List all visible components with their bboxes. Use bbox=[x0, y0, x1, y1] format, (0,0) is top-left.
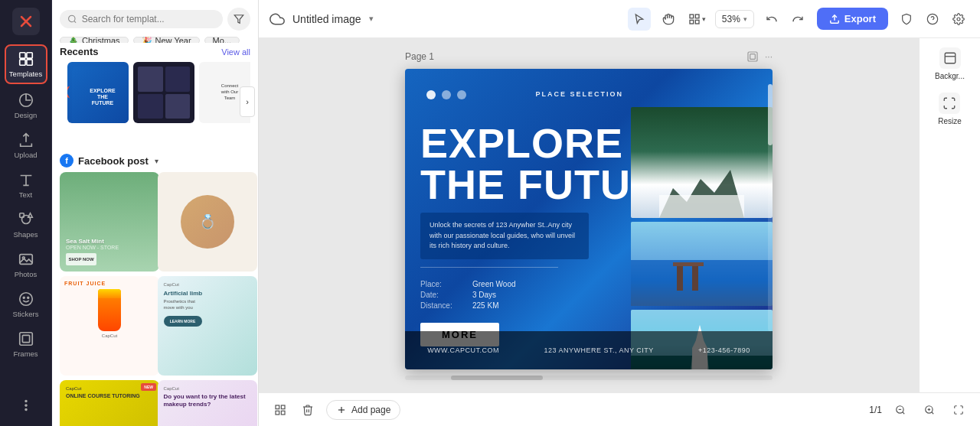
svg-point-13 bbox=[23, 297, 24, 298]
sidebar-item-more[interactable] bbox=[5, 392, 47, 418]
thumbnail-view-button[interactable] bbox=[270, 399, 291, 421]
svg-rect-36 bbox=[692, 264, 698, 291]
page-label: Page 1 bbox=[405, 51, 434, 62]
template-online-course[interactable]: CapCut ONLINE COURSE TUTORING 📚 NEW bbox=[60, 380, 159, 426]
sidebar-item-text[interactable]: Text bbox=[5, 167, 47, 203]
category-tags: 🎄 Christmas 🎉 New Year Mo... bbox=[52, 37, 258, 43]
search-input-wrap[interactable] bbox=[60, 10, 223, 28]
right-sidebar: Backgr... Resize bbox=[919, 38, 980, 392]
recents-next-button[interactable]: › bbox=[240, 86, 250, 117]
template-sea-salt-mint[interactable]: Sea Salt Mint OPEN NOW - STORE SHOP NOW bbox=[60, 172, 159, 272]
zoom-in-button[interactable] bbox=[919, 399, 940, 421]
page-counter: 1/1 bbox=[869, 405, 882, 415]
template-artificial-limb[interactable]: CapCut Artificial limb Prosthetics thatm… bbox=[158, 276, 257, 376]
tag-more[interactable]: Mo... bbox=[204, 37, 240, 43]
sidebar-item-stickers[interactable]: Stickers bbox=[5, 286, 47, 323]
template-makeup[interactable]: CapCut Do you want to try the latest mak… bbox=[158, 380, 257, 426]
add-page-icon bbox=[336, 405, 347, 415]
sidebar-item-shapes[interactable]: Shapes bbox=[5, 206, 47, 243]
layout-tool[interactable]: ▾ bbox=[686, 8, 709, 31]
artificial-btn: LEARN MORE bbox=[170, 319, 196, 324]
recent-item-explore[interactable]: EXPLORETHEFUTURE ➤ bbox=[67, 62, 129, 123]
svg-marker-9 bbox=[28, 213, 32, 218]
search-icon bbox=[67, 14, 77, 24]
redo-button[interactable] bbox=[786, 8, 809, 31]
photo-top bbox=[631, 107, 773, 218]
template-fruit-juice[interactable]: FRUIT JUICE CapCut bbox=[60, 276, 159, 376]
cloud-save-icon bbox=[270, 11, 285, 27]
fb-post-label: Facebook post bbox=[78, 155, 149, 167]
facebook-icon: f bbox=[60, 154, 74, 167]
sidebar-item-templates[interactable]: Templates bbox=[5, 44, 47, 84]
sidebar-item-upload[interactable]: Upload bbox=[5, 127, 47, 164]
svg-rect-43 bbox=[281, 405, 285, 409]
sub-text: Unlock the secrets of 123 Anywher St..An… bbox=[430, 220, 580, 252]
hand-tool[interactable] bbox=[657, 8, 680, 31]
new-year-emoji: 🎉 bbox=[142, 37, 152, 43]
artificial-desc: Prosthetics thatmove with you bbox=[164, 299, 251, 311]
svg-rect-45 bbox=[281, 411, 285, 415]
fit-page-button[interactable] bbox=[948, 399, 969, 421]
export-icon bbox=[829, 14, 840, 24]
horizontal-scrollbar[interactable] bbox=[405, 376, 773, 380]
svg-rect-29 bbox=[748, 52, 757, 61]
help-icon[interactable] bbox=[922, 8, 943, 30]
canvas-area: Page 1 ··· P bbox=[259, 38, 980, 392]
recent-dark-inner bbox=[133, 62, 194, 123]
svg-rect-35 bbox=[677, 264, 683, 291]
online-course-label: ONLINE COURSE TUTORING bbox=[66, 393, 153, 399]
zoom-control[interactable]: 53% ▾ bbox=[715, 10, 754, 28]
filter-button[interactable] bbox=[227, 8, 250, 31]
canvas-scrollbar bbox=[768, 84, 773, 331]
svg-rect-21 bbox=[690, 15, 694, 18]
resize-panel-item[interactable]: Resize bbox=[938, 93, 962, 125]
undo-button[interactable] bbox=[760, 8, 783, 31]
svg-point-18 bbox=[25, 401, 27, 402]
tag-new-year[interactable]: 🎉 New Year bbox=[133, 37, 200, 43]
svg-rect-44 bbox=[276, 411, 279, 415]
svg-point-20 bbox=[69, 15, 75, 21]
sidebar-nav: Templates Design Upload Text Shapes bbox=[0, 0, 52, 426]
canvas-footer: WWW.CAPCUT.COM 123 ANYWHERE ST., ANY CIT… bbox=[405, 331, 773, 369]
recent-explore-text: EXPLORETHEFUTURE bbox=[90, 88, 115, 106]
sea-salt-mint-label: Sea Salt Mint bbox=[66, 238, 153, 245]
shield-icon[interactable] bbox=[896, 8, 917, 30]
fb-post-header[interactable]: f Facebook post ▾ bbox=[52, 148, 258, 172]
svg-rect-41 bbox=[945, 53, 956, 63]
fb-post-dropdown-icon[interactable]: ▾ bbox=[155, 157, 158, 165]
sidebar-item-design[interactable]: Design bbox=[5, 87, 47, 124]
view-all-link[interactable]: View all bbox=[221, 47, 250, 57]
svg-point-14 bbox=[27, 297, 28, 298]
templates-panel: 🎄 Christmas 🎉 New Year Mo... Recents Vie… bbox=[52, 0, 259, 426]
canvas-divider bbox=[420, 267, 558, 268]
background-panel-item[interactable]: Backgr... bbox=[935, 47, 965, 80]
recent-item-dark[interactable] bbox=[133, 62, 194, 123]
sidebar-item-photos[interactable]: Photos bbox=[5, 246, 47, 283]
artificial-brand: CapCut bbox=[164, 282, 251, 287]
sub-text-box: Unlock the secrets of 123 Anywher St..An… bbox=[420, 213, 589, 259]
top-right-icons bbox=[896, 8, 969, 30]
page-options-icon[interactable]: ··· bbox=[765, 51, 773, 62]
tag-christmas[interactable]: 🎄 Christmas bbox=[60, 37, 129, 43]
export-button[interactable]: Export bbox=[817, 8, 888, 30]
svg-point-17 bbox=[25, 405, 27, 406]
svg-rect-34 bbox=[631, 260, 773, 306]
delete-page-button[interactable] bbox=[297, 399, 318, 421]
artificial-label: Artificial limb bbox=[164, 290, 251, 297]
canvas-frame[interactable]: PLACE SELECTION EXPLORE THE FUTURE Unloc… bbox=[405, 69, 773, 369]
zoom-out-button[interactable] bbox=[890, 399, 911, 421]
search-input[interactable] bbox=[82, 14, 215, 24]
settings-icon[interactable] bbox=[948, 8, 969, 30]
svg-rect-5 bbox=[26, 60, 31, 65]
add-page-button[interactable]: Add page bbox=[326, 400, 400, 420]
sidebar-item-frames[interactable]: Frames bbox=[5, 326, 47, 363]
templates-grid: Sea Salt Mint OPEN NOW - STORE SHOP NOW … bbox=[52, 172, 258, 426]
pointer-tool[interactable] bbox=[628, 8, 651, 31]
template-bracelet[interactable]: 💍 bbox=[158, 172, 257, 272]
app-logo[interactable] bbox=[12, 8, 40, 35]
svg-rect-22 bbox=[696, 15, 700, 18]
title-dropdown-icon[interactable]: ▾ bbox=[369, 14, 374, 24]
svg-line-49 bbox=[903, 411, 905, 414]
footer-phone: +123-456-7890 bbox=[698, 346, 750, 354]
zoom-level: 53% bbox=[722, 14, 740, 24]
